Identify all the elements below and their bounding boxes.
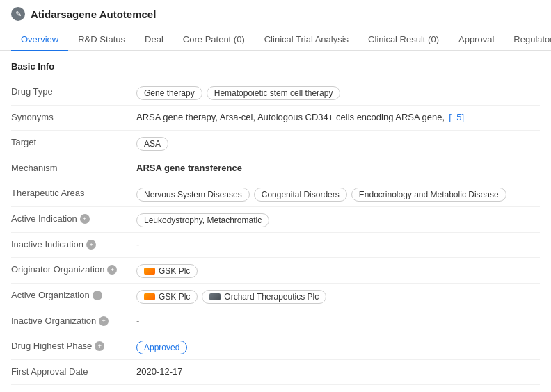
org-logo <box>209 293 221 300</box>
row-value: - <box>136 314 540 326</box>
label-text: Active Organization <box>11 290 90 300</box>
label-text: Therapeutic Areas <box>11 188 85 198</box>
approved-badge: Approved <box>136 341 187 354</box>
dash-value: - <box>136 239 139 250</box>
row-value: Nervous System DiseasesCongenital Disord… <box>136 186 540 202</box>
info-row-active-organization: Active Organization+GSK PlcOrchard Thera… <box>11 284 540 309</box>
tag: Congenital Disorders <box>254 188 347 202</box>
app-header: ✎ Atidarsagene Autotemcel <box>0 0 551 28</box>
row-value: GSK Plc <box>136 263 540 278</box>
synonym-text: ARSA gene therapy, Arsa-cel, Autologous … <box>136 112 445 122</box>
dash-value: - <box>136 316 139 326</box>
row-value: ARSA gene therapy, Arsa-cel, Autologous … <box>136 111 540 122</box>
bold-text: ARSA gene transference <box>136 163 242 173</box>
label-text: Target <box>11 137 36 147</box>
nav-tabs: OverviewR&D StatusDealCore Patent (0)Cli… <box>0 28 551 51</box>
help-icon[interactable]: + <box>80 214 90 224</box>
info-rows: Drug TypeGene therapyHematopoietic stem … <box>11 80 540 385</box>
row-value: 2020-12-17 <box>136 365 540 377</box>
label-text: Drug Highest Phase <box>11 341 92 351</box>
info-row-target: TargetASA <box>11 131 540 156</box>
row-label: Mechanism <box>11 161 136 173</box>
row-label: Active Organization+ <box>11 288 136 300</box>
help-icon[interactable]: + <box>86 240 96 250</box>
row-value: - <box>136 238 540 250</box>
tag: Leukodystrophy, Metachromatic <box>136 213 269 227</box>
row-label: Active Indication+ <box>11 212 136 224</box>
app-icon: ✎ <box>11 7 25 21</box>
info-row-originator-organization: Originator Organization+GSK Plc <box>11 258 540 284</box>
tab-deal[interactable]: Deal <box>135 28 173 51</box>
help-icon[interactable]: + <box>99 316 109 326</box>
info-row-drug-type: Drug TypeGene therapyHematopoietic stem … <box>11 80 540 106</box>
help-icon[interactable]: + <box>95 341 104 351</box>
tab-r&d-status[interactable]: R&D Status <box>68 28 135 51</box>
show-more-link[interactable]: [+5] <box>449 112 464 122</box>
info-row-inactive-indication: Inactive Indication+- <box>11 233 540 258</box>
tab-overview[interactable]: Overview <box>11 28 68 51</box>
label-text: First Approval Date <box>11 366 88 377</box>
row-label: Synonyms <box>11 111 136 122</box>
tab-regulatory-review[interactable]: Regulatory Review <box>504 28 551 51</box>
row-value: Leukodystrophy, Metachromatic <box>136 212 540 227</box>
info-row-therapeutic-areas: Therapeutic AreasNervous System Diseases… <box>11 181 540 207</box>
tag: Nervous System Diseases <box>136 188 250 202</box>
tag: Hematopoietic stem cell therapy <box>207 86 341 100</box>
section-title: Basic Info <box>11 61 540 72</box>
tab-core-patent-0[interactable]: Core Patent (0) <box>173 28 255 51</box>
row-label: Therapeutic Areas <box>11 186 136 198</box>
org-badge[interactable]: GSK Plc <box>136 264 198 278</box>
label-text: Mechanism <box>11 163 57 173</box>
label-text: Originator Organization <box>11 264 104 275</box>
org-badge[interactable]: GSK Plc <box>136 290 198 304</box>
label-text: Synonyms <box>11 112 54 122</box>
help-icon[interactable]: + <box>93 291 102 300</box>
label-text: Inactive Organization <box>11 316 96 326</box>
app-title: Atidarsagene Autotemcel <box>31 8 156 20</box>
row-label: Drug Type <box>11 85 136 97</box>
tag: Gene therapy <box>136 86 202 100</box>
tab-clinical-result-0[interactable]: Clinical Result (0) <box>358 28 449 51</box>
row-value: GSK PlcOrchard Therapeutics Plc <box>136 288 540 304</box>
row-label: Inactive Indication+ <box>11 238 136 250</box>
tag: Endocrinology and Metabolic Disease <box>351 188 506 202</box>
org-logo <box>144 268 155 275</box>
row-value: ARSA gene transference <box>136 161 540 173</box>
info-row-inactive-organization: Inactive Organization+- <box>11 309 540 334</box>
row-value: ASA <box>136 136 540 151</box>
row-value: Gene therapyHematopoietic stem cell ther… <box>136 85 540 100</box>
row-value: Approved <box>136 339 540 354</box>
row-label: Drug Highest Phase+ <box>11 339 136 351</box>
help-icon[interactable]: + <box>107 265 117 275</box>
org-logo <box>144 293 155 300</box>
org-name: GSK Plc <box>159 292 190 302</box>
row-label: Originator Organization+ <box>11 263 136 275</box>
org-badge[interactable]: Orchard Therapeutics Plc <box>202 290 326 304</box>
plain-text: 2020-12-17 <box>136 366 183 377</box>
org-name: GSK Plc <box>159 266 190 276</box>
content: Basic Info Drug TypeGene therapyHematopo… <box>0 51 551 392</box>
label-text: Active Indication <box>11 213 77 224</box>
info-row-active-indication: Active Indication+Leukodystrophy, Metach… <box>11 207 540 233</box>
tag: ASA <box>136 137 168 151</box>
org-name: Orchard Therapeutics Plc <box>224 292 319 302</box>
row-label: Inactive Organization+ <box>11 314 136 326</box>
row-label: Target <box>11 136 136 147</box>
label-text: Drug Type <box>11 86 53 97</box>
label-text: Inactive Indication <box>11 239 83 250</box>
tab-approval[interactable]: Approval <box>449 28 504 51</box>
info-row-synonyms: SynonymsARSA gene therapy, Arsa-cel, Aut… <box>11 106 540 131</box>
info-row-mechanism: MechanismARSA gene transference <box>11 156 540 181</box>
tab-clinical-trial-analysis[interactable]: Clinical Trial Analysis <box>255 28 358 51</box>
info-row-first-approval-date: First Approval Date2020-12-17 <box>11 360 540 385</box>
info-row-drug-highest-phase: Drug Highest Phase+Approved <box>11 334 540 360</box>
row-label: First Approval Date <box>11 365 136 377</box>
